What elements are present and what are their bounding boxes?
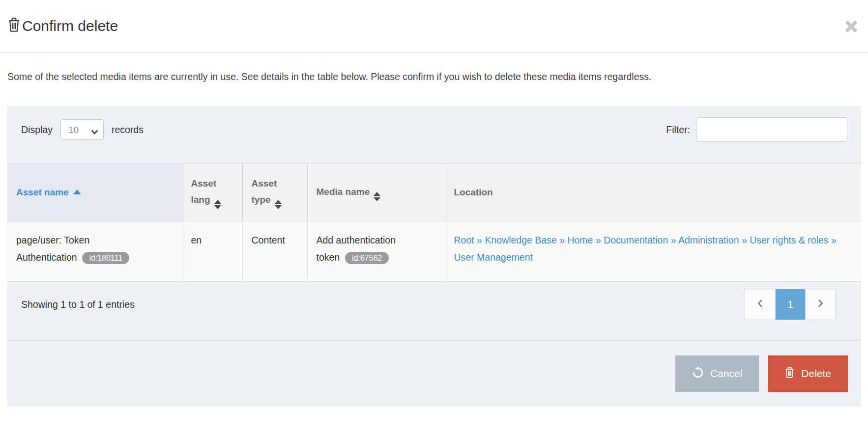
location-cell: Root » Knowledge Base » Home » Documenta… — [445, 221, 861, 282]
table-controls: Display 10 records Filter: — [21, 117, 847, 142]
cancel-button[interactable]: Cancel — [675, 355, 759, 392]
sort-icon — [275, 200, 282, 209]
page-title: Confirm delete — [7, 17, 118, 35]
location-link[interactable]: Knowledge Base — [485, 235, 556, 245]
page-size-select[interactable]: 10 — [60, 119, 104, 140]
chevron-left-icon — [757, 299, 763, 310]
trash-icon — [784, 366, 795, 381]
confirm-delete-modal: Confirm delete Some of the selected medi… — [0, 0, 868, 407]
pagination-next-button[interactable] — [805, 289, 835, 320]
table-header-row: Asset name Asset lang Asset type Media n… — [7, 163, 861, 221]
column-header-location: Location — [445, 163, 861, 221]
asset-type-cell: Content — [242, 221, 307, 282]
filter-label: Filter: — [666, 124, 690, 136]
modal-title-text: Confirm delete — [22, 18, 118, 34]
location-link[interactable]: Documentation — [604, 235, 668, 245]
modal-header: Confirm delete — [0, 0, 868, 53]
pagination: 1 — [745, 289, 836, 320]
location-link[interactable]: Administration — [678, 235, 739, 245]
column-header-asset-type[interactable]: Asset type — [242, 163, 307, 221]
column-header-asset-lang[interactable]: Asset lang — [182, 163, 242, 221]
column-header-media-name[interactable]: Media name — [307, 163, 445, 221]
media-table: Asset name Asset lang Asset type Media n… — [7, 163, 861, 282]
entries-summary: Showing 1 to 1 of 1 entries — [21, 299, 135, 310]
column-label: Asset type — [252, 178, 277, 205]
location-link[interactable]: Root — [454, 235, 474, 245]
display-label: Display — [21, 124, 53, 136]
table-row: page/user: Token Authentication id:18011… — [7, 221, 861, 282]
id-badge: id:67562 — [345, 252, 389, 264]
column-label: Asset name — [16, 187, 69, 197]
media-name-cell: Add authentication token id:67562 — [307, 221, 445, 282]
close-icon — [843, 19, 859, 36]
close-button[interactable] — [842, 18, 860, 36]
page-size-control: Display 10 records — [21, 119, 144, 140]
pagination-prev-button[interactable] — [745, 289, 775, 320]
delete-button[interactable]: Delete — [768, 355, 848, 392]
asset-lang-cell: en — [182, 221, 242, 282]
column-label: Media name — [317, 187, 370, 197]
filter-input[interactable] — [696, 117, 847, 142]
warning-message: Some of the selected media items are cur… — [7, 69, 730, 85]
modal-footer: Cancel Delete — [7, 340, 861, 407]
filter-control: Filter: — [666, 117, 847, 142]
pagination-page-1-button[interactable]: 1 — [775, 289, 805, 320]
sort-icon — [214, 200, 221, 209]
column-label: Asset lang — [191, 178, 217, 205]
column-label: Location — [454, 187, 493, 197]
delete-button-label: Delete — [801, 368, 831, 380]
sort-ascending-icon — [73, 190, 81, 194]
chevron-right-icon — [818, 299, 823, 310]
column-header-asset-name[interactable]: Asset name — [7, 163, 182, 221]
table-panel: Display 10 records Filter: — [7, 106, 861, 340]
trash-icon — [7, 17, 21, 36]
asset-name-cell: page/user: Token Authentication id:18011… — [7, 221, 182, 282]
sort-icon — [374, 192, 380, 201]
records-label: records — [112, 124, 144, 136]
undo-icon — [692, 367, 704, 381]
cancel-button-label: Cancel — [710, 368, 742, 380]
location-link[interactable]: User rights & roles — [750, 235, 828, 245]
location-link[interactable]: User Management — [454, 252, 533, 263]
table-info-row: Showing 1 to 1 of 1 entries 1 — [21, 289, 847, 320]
id-badge: id:180111 — [82, 252, 129, 264]
location-link[interactable]: Home — [567, 235, 593, 245]
